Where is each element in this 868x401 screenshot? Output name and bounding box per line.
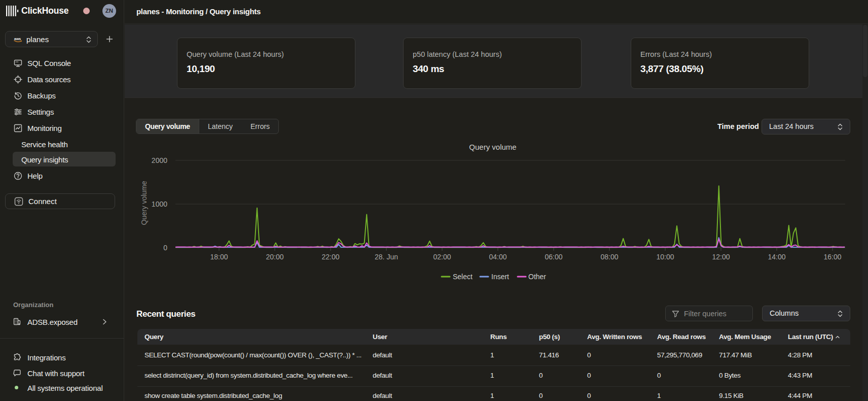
svg-text:06:00: 06:00 [545, 253, 562, 261]
svg-text:2000: 2000 [152, 156, 167, 164]
svg-text:Query volume: Query volume [469, 143, 516, 151]
svg-text:08:00: 08:00 [600, 253, 618, 261]
svg-text:18:00: 18:00 [210, 253, 228, 261]
svg-text:02:00: 02:00 [433, 253, 451, 261]
svg-text:aws: aws [14, 37, 21, 41]
svg-text:12:00: 12:00 [712, 253, 730, 261]
svg-text:16:00: 16:00 [823, 253, 841, 261]
svg-text:Query volume: Query volume [140, 181, 148, 225]
svg-text:Select: Select [453, 273, 473, 281]
svg-text:20:00: 20:00 [266, 253, 283, 261]
svg-text:22:00: 22:00 [321, 253, 339, 261]
svg-text:Insert: Insert [491, 273, 509, 281]
svg-text:0: 0 [163, 244, 167, 252]
svg-text:Other: Other [528, 273, 546, 281]
svg-text:10:00: 10:00 [656, 253, 674, 261]
svg-text:1000: 1000 [152, 200, 167, 208]
svg-text:04:00: 04:00 [489, 253, 507, 261]
svg-text:28. Jun: 28. Jun [375, 253, 398, 261]
svg-text:14:00: 14:00 [768, 253, 785, 261]
